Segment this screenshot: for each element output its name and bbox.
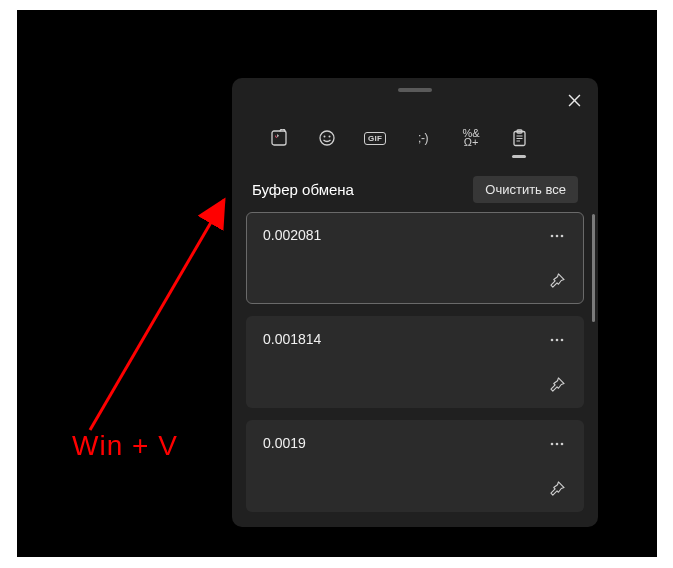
black-stage: Win + V [17,10,657,557]
kaomoji-icon: ;-) [418,131,428,145]
pin-icon [550,481,565,496]
clipboard-item-text: 0.002081 [263,227,567,243]
more-icon [550,442,564,446]
svg-point-19 [556,443,559,446]
more-icon [550,338,564,342]
svg-point-20 [561,443,564,446]
clipboard-item-text: 0.0019 [263,435,567,451]
tab-clipboard[interactable] [506,124,532,152]
svg-point-14 [561,235,564,238]
tab-gif[interactable]: GIF [362,124,388,152]
scrollbar-thumb[interactable] [592,214,595,322]
svg-line-0 [90,200,224,430]
item-actions [543,327,571,397]
tab-recent[interactable] [266,124,292,152]
svg-point-13 [556,235,559,238]
recent-icon [270,129,288,147]
pin-button[interactable] [544,267,570,293]
more-button[interactable] [544,223,570,249]
tab-emoji[interactable] [314,124,340,152]
clipboard-item-text: 0.001814 [263,331,567,347]
clipboard-item[interactable]: 0.0019 [246,420,584,512]
emoji-icon [318,129,336,147]
symbols-icon: %&Ω+ [462,129,479,148]
clipboard-icon [511,129,528,147]
pin-icon [550,273,565,288]
gif-icon: GIF [364,132,386,145]
svg-point-12 [551,235,554,238]
close-icon [568,94,581,107]
annotation-arrow [72,180,242,440]
pin-icon [550,377,565,392]
clipboard-item[interactable]: 0.001814 [246,316,584,408]
svg-rect-3 [272,131,286,145]
svg-point-5 [324,136,326,138]
tab-kaomoji[interactable]: ;-) [410,124,436,152]
pin-button[interactable] [544,371,570,397]
panel-title: Буфер обмена [252,181,354,198]
more-button[interactable] [544,327,570,353]
svg-point-16 [556,339,559,342]
annotation-label: Win + V [72,430,178,462]
tab-bar: GIF ;-) %&Ω+ [266,122,532,154]
svg-point-4 [320,131,334,145]
clipboard-list: 0.002081 0.001814 [240,212,590,519]
more-icon [550,234,564,238]
header-row: Буфер обмена Очистить все [252,172,578,206]
clipboard-panel: GIF ;-) %&Ω+ Буфер обмена Очистить все [232,78,598,527]
tab-symbols[interactable]: %&Ω+ [458,124,484,152]
svg-point-6 [329,136,331,138]
item-actions [543,431,571,501]
pin-button[interactable] [544,475,570,501]
drag-handle[interactable] [398,88,432,92]
close-button[interactable] [558,84,590,116]
more-button[interactable] [544,431,570,457]
svg-point-15 [551,339,554,342]
clear-all-button[interactable]: Очистить все [473,176,578,203]
svg-point-18 [551,443,554,446]
clipboard-item[interactable]: 0.002081 [246,212,584,304]
item-actions [543,223,571,293]
svg-point-17 [561,339,564,342]
